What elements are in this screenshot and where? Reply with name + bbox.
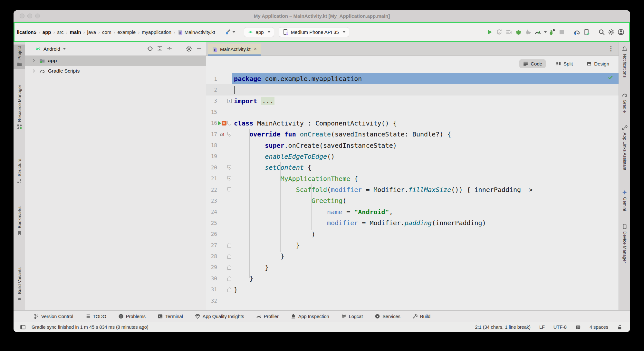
search-everywhere-button[interactable]: [597, 27, 606, 37]
tool-window-button-app-inspection[interactable]: App Inspection: [291, 314, 329, 319]
tool-stripe-bookmarks[interactable]: Bookmarks: [14, 205, 25, 237]
apply-changes-restart-button[interactable]: A: [494, 27, 504, 37]
tab-mainactivity[interactable]: MainActivity.kt ×: [208, 44, 261, 55]
tree-item-gradle-scripts[interactable]: Gradle Scripts: [25, 66, 206, 76]
compose-gutter-icon[interactable]: <>: [222, 121, 226, 125]
fold-end-icon[interactable]: [227, 265, 231, 270]
project-view-selector[interactable]: Android: [43, 46, 60, 52]
tool-window-button-services[interactable]: Services: [375, 314, 400, 319]
code-line-29[interactable]: 29 }: [206, 262, 619, 273]
fold-collapse-icon[interactable]: −: [227, 132, 231, 137]
editor-options-kebab-icon[interactable]: ⋮: [608, 45, 614, 52]
tool-stripe-structure[interactable]: Structure: [14, 157, 25, 186]
code-text[interactable]: name = "Android",: [232, 206, 619, 217]
breadcrumb-item[interactable]: app: [43, 29, 51, 35]
tool-stripe-resource-manager[interactable]: Resource Manager: [14, 83, 25, 131]
fold-collapse-icon[interactable]: −: [227, 121, 231, 125]
gear-button[interactable]: [186, 45, 192, 52]
encoding-widget[interactable]: UTF-8: [553, 325, 567, 330]
tool-window-button-problems[interactable]: Problems: [118, 314, 146, 319]
tool-window-button-version-control[interactable]: Version Control: [34, 314, 73, 319]
layout-toggle-icon[interactable]: [20, 324, 26, 330]
device-manager-button[interactable]: [582, 27, 591, 37]
tool-window-button-app-quality-insights[interactable]: App Quality Insights: [195, 314, 244, 319]
indent-widget[interactable]: 4 spaces: [590, 325, 608, 330]
line-ending-widget[interactable]: LF: [539, 325, 545, 330]
tool-stripe-project[interactable]: Project: [14, 45, 25, 69]
code-text[interactable]: import ...: [232, 95, 619, 106]
tool-stripe-gradle[interactable]: Gradle: [619, 90, 630, 115]
tool-window-button-todo[interactable]: TODO: [85, 314, 106, 319]
code-text[interactable]: [232, 295, 619, 306]
tree-chevron-icon[interactable]: [32, 58, 36, 63]
target-button[interactable]: [147, 46, 153, 52]
code-line-22[interactable]: 22− Scaffold(modifier = Modifier.fillMax…: [206, 184, 619, 195]
collapse-all-button[interactable]: [167, 46, 172, 52]
settings-button[interactable]: [606, 27, 616, 37]
code-text[interactable]: }: [232, 273, 619, 284]
code-line-24[interactable]: 24 name = "Android",: [206, 206, 619, 217]
code-text[interactable]: Greeting(: [232, 195, 619, 206]
tool-window-button-profiler[interactable]: Profiler: [256, 314, 279, 319]
breadcrumb-item[interactable]: example: [117, 29, 136, 35]
code-line-1[interactable]: 1package com.example.myapplication: [206, 73, 619, 84]
code-line-19[interactable]: 19 enableEdgeToEdge(): [206, 151, 619, 162]
fold-end-icon[interactable]: [227, 287, 231, 292]
tool-stripe-notifications[interactable]: Notifications: [619, 45, 630, 79]
fold-collapse-icon[interactable]: −: [227, 165, 231, 170]
code-line-26[interactable]: 26 ): [206, 228, 619, 239]
account-button[interactable]: [616, 27, 626, 37]
fold-collapse-icon[interactable]: −: [227, 187, 231, 192]
fold-end-icon[interactable]: [227, 254, 231, 259]
breadcrumb-item[interactable]: myapplication: [142, 29, 171, 35]
code-line-16[interactable]: 16<>−class MainActivity : ComponentActiv…: [206, 118, 619, 129]
code-text[interactable]: setContent {: [232, 162, 619, 173]
build-menu[interactable]: [224, 29, 235, 35]
code-text[interactable]: [232, 106, 619, 117]
tool-stripe-build-variants[interactable]: Build Variants: [14, 266, 25, 303]
tool-window-button-logcat[interactable]: Logcat: [341, 314, 363, 319]
run-configuration-select[interactable]: app: [244, 27, 274, 37]
tool-stripe-device-manager[interactable]: Device Manager: [619, 222, 630, 265]
profile-debuggable-button[interactable]: [547, 27, 557, 37]
breadcrumb-item[interactable]: lication5: [17, 29, 36, 35]
device-select[interactable]: Medium Phone API 35: [279, 27, 349, 37]
code-text[interactable]: class MainActivity : ComponentActivity()…: [232, 118, 619, 129]
tool-stripe-app-links-assistant[interactable]: App Links Assistant: [619, 123, 630, 172]
breadcrumb-item[interactable]: main: [70, 29, 81, 35]
view-mode-design[interactable]: Design: [583, 59, 613, 68]
sync-gradle-button[interactable]: [572, 27, 582, 37]
breadcrumb-item[interactable]: src: [57, 29, 64, 35]
inspection-ok-check-icon[interactable]: [607, 74, 613, 80]
view-mode-split[interactable]: Split: [552, 59, 576, 68]
highlight-level-icon[interactable]: [575, 325, 581, 330]
code-line-31[interactable]: 31}: [206, 284, 619, 295]
code-text[interactable]: [232, 84, 619, 95]
breadcrumb-item[interactable]: com: [102, 29, 111, 35]
code-text[interactable]: MyApplicationTheme {: [232, 173, 619, 184]
code-text[interactable]: Scaffold(modifier = Modifier.fillMaxSize…: [232, 184, 619, 195]
attach-debugger-button[interactable]: [523, 27, 533, 37]
lock-open-icon[interactable]: [617, 325, 622, 330]
code-text[interactable]: }: [232, 262, 619, 273]
chevron-down-icon[interactable]: [63, 48, 66, 50]
code-text[interactable]: super.onCreate(savedInstanceState): [232, 140, 619, 151]
code-line-25[interactable]: 25 modifier = Modifier.padding(innerPadd…: [206, 217, 619, 228]
expand-all-button[interactable]: [157, 46, 163, 52]
debug-button[interactable]: [514, 27, 523, 37]
profiler-button[interactable]: [533, 27, 543, 37]
tree-chevron-icon[interactable]: [32, 69, 36, 73]
view-mode-code[interactable]: Code: [519, 59, 546, 68]
code-text[interactable]: override fun onCreate(savedInstanceState…: [232, 129, 619, 140]
tool-window-button-build[interactable]: Build: [412, 314, 430, 319]
tool-window-button-terminal[interactable]: Terminal: [158, 314, 183, 319]
caret-position-widget[interactable]: 2:1 (34 chars, 1 line break): [475, 325, 530, 330]
apply-code-changes-button[interactable]: [504, 27, 514, 37]
code-editor[interactable]: 1package com.example.myapplication23+imp…: [206, 72, 619, 310]
fold-collapse-icon[interactable]: −: [227, 176, 231, 181]
stop-button[interactable]: [557, 27, 566, 37]
code-text[interactable]: enableEdgeToEdge(): [232, 151, 619, 162]
tool-stripe-gemini[interactable]: Gemini: [619, 188, 630, 213]
code-text[interactable]: }: [232, 240, 619, 251]
code-line-23[interactable]: 23 Greeting(: [206, 195, 619, 206]
